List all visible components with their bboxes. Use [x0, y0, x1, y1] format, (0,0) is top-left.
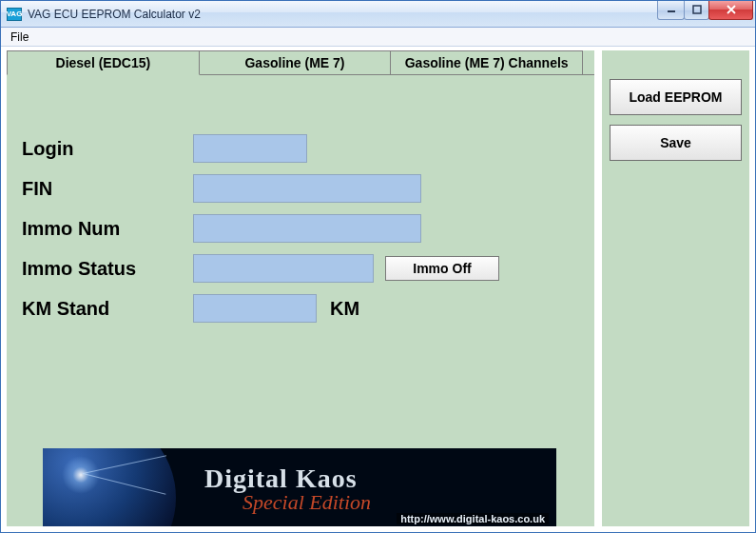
- minimize-button[interactable]: [657, 1, 685, 20]
- tab-gasoline-me7[interactable]: Gasoline (ME 7): [199, 50, 392, 75]
- immo-off-button[interactable]: Immo Off: [385, 256, 499, 281]
- menubar: File: [1, 28, 755, 47]
- side-panel: Load EEPROM Save: [602, 50, 749, 526]
- app-icon: VAG: [7, 8, 22, 21]
- tab-label: Diesel (EDC15): [56, 55, 151, 70]
- banner: Digital Kaos Special Edition http://www.…: [43, 448, 556, 526]
- client-area: Diesel (EDC15) Gasoline (ME 7) Gasoline …: [1, 47, 755, 532]
- svg-rect-0: [668, 10, 675, 12]
- tab-strip: Diesel (EDC15) Gasoline (ME 7) Gasoline …: [7, 50, 594, 75]
- tab-diesel-edc15[interactable]: Diesel (EDC15): [7, 50, 200, 75]
- save-button[interactable]: Save: [610, 125, 742, 161]
- km-unit: KM: [330, 298, 359, 320]
- login-field[interactable]: [193, 134, 307, 163]
- immostatus-field[interactable]: [193, 254, 374, 283]
- banner-url: http://www.digital-kaos.co.uk: [397, 513, 549, 524]
- tab-label: Gasoline (ME 7): [244, 55, 344, 70]
- tab-spacer: [583, 50, 594, 75]
- row-login: Login: [22, 134, 583, 163]
- banner-subtitle: Special Edition: [242, 490, 371, 515]
- minimize-icon: [667, 5, 676, 14]
- row-fin: FIN: [22, 174, 583, 203]
- tab-content: Login FIN Immo Num Immo Status Immo Off: [7, 75, 594, 526]
- app-window: VAG VAG ECU EEPROM Calculator v2 File Di…: [0, 0, 756, 533]
- window-buttons: [658, 1, 753, 20]
- menu-file[interactable]: File: [5, 30, 34, 45]
- row-immonum: Immo Num: [22, 214, 583, 243]
- close-button[interactable]: [708, 1, 753, 20]
- svg-rect-1: [693, 6, 701, 13]
- fin-field[interactable]: [193, 174, 421, 203]
- fin-label: FIN: [22, 178, 193, 200]
- immonum-field[interactable]: [193, 214, 421, 243]
- titlebar[interactable]: VAG VAG ECU EEPROM Calculator v2: [1, 1, 755, 28]
- immonum-label: Immo Num: [22, 218, 193, 240]
- row-km: KM Stand KM: [22, 294, 583, 323]
- load-eeprom-button[interactable]: Load EEPROM: [610, 79, 742, 115]
- window-title: VAG ECU EEPROM Calculator v2: [28, 8, 658, 21]
- immostatus-label: Immo Status: [22, 258, 193, 280]
- km-field[interactable]: [193, 294, 317, 323]
- maximize-icon: [692, 5, 702, 14]
- row-immostatus: Immo Status Immo Off: [22, 254, 583, 283]
- maximize-button[interactable]: [684, 1, 709, 20]
- km-label: KM Stand: [22, 298, 193, 320]
- main-panel: Diesel (EDC15) Gasoline (ME 7) Gasoline …: [7, 50, 594, 526]
- tab-gasoline-me7-channels[interactable]: Gasoline (ME 7) Channels: [390, 50, 583, 75]
- login-label: Login: [22, 138, 193, 160]
- tab-label: Gasoline (ME 7) Channels: [405, 55, 569, 70]
- close-icon: [726, 5, 737, 14]
